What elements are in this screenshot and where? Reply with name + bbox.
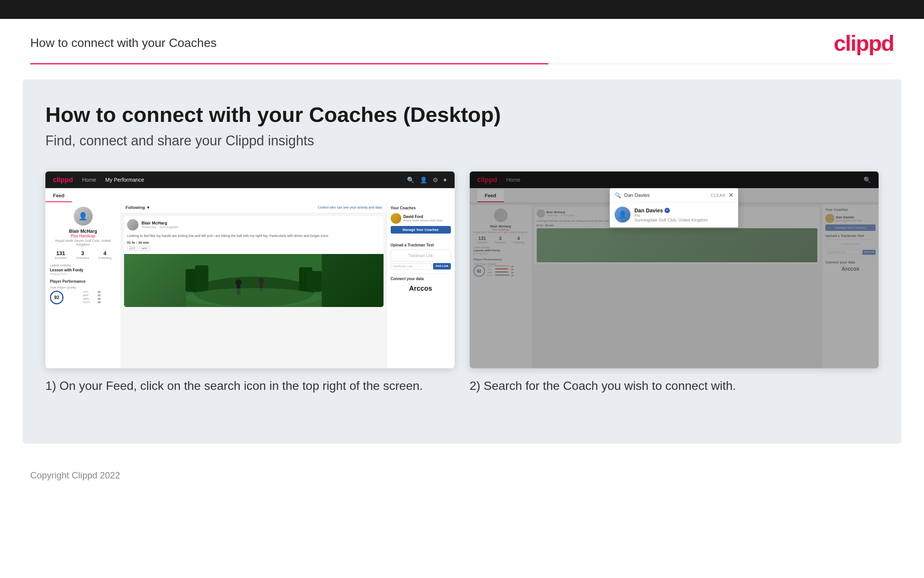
screenshots-row: clippd Home My Performance 🔍 👤 ⚙ ● Feed xyxy=(45,172,879,395)
coach-item: David Ford Royal North Devon Golf Club xyxy=(391,213,451,224)
step-1-description: On your Feed, click on the search icon i… xyxy=(59,379,423,393)
screenshot-left: clippd Home My Performance 🔍 👤 ⚙ ● Feed xyxy=(45,172,455,395)
add-link-button[interactable]: Add Link xyxy=(433,263,450,270)
activity-name: Lesson with Fordy xyxy=(50,268,116,272)
screen-body-left: 👤 Blair McHarg Plus Handicap Royal North… xyxy=(45,202,455,368)
post-user-name: Blair McHarg xyxy=(141,221,178,225)
user-handicap: Plus Handicap xyxy=(50,234,116,238)
coach-club: Royal North Devon Golf Club xyxy=(404,219,443,222)
svg-rect-3 xyxy=(195,265,209,292)
bar-value-arg: 86 xyxy=(95,297,100,300)
close-search-button[interactable]: ✕ xyxy=(728,192,733,199)
svg-point-10 xyxy=(186,288,322,307)
activity-date: 03 Aug 2022 xyxy=(50,272,116,276)
verified-badge: ✓ xyxy=(665,208,670,213)
result-name: Dan Davies ✓ xyxy=(634,208,708,213)
header-divider xyxy=(30,63,894,64)
user-icon[interactable]: 👤 xyxy=(420,176,427,183)
upload-section: Upload a Trackman Test Trackman Link Tra… xyxy=(391,239,451,270)
post-image xyxy=(124,254,384,307)
perf-title: Player Performance xyxy=(50,279,116,284)
bar-value-putt: 96 xyxy=(95,301,100,304)
tpq-circle: 92 xyxy=(50,291,63,304)
step-2-description: Search for the Coach you wish to connect… xyxy=(484,379,736,393)
svg-point-6 xyxy=(236,279,242,286)
bar-label-ott: OTT xyxy=(83,291,92,293)
bar-value-ott: 90 xyxy=(95,291,100,293)
stat-activities: 131 xyxy=(55,250,67,256)
user-avatar: 👤 xyxy=(74,207,93,226)
copyright: Copyright Clippd 2022 xyxy=(30,470,120,481)
connect-section: Connect your data Arccos xyxy=(391,273,451,294)
search-result[interactable]: 👤 Dan Davies ✓ Pro Sunningdale Golf Club… xyxy=(610,202,738,227)
nav-icons: 🔍 👤 ⚙ ● xyxy=(407,176,447,183)
bar-label-arg: ARG xyxy=(83,297,92,300)
post-header: Blair McHarg Yesterday · Sunningdale xyxy=(124,216,384,234)
result-avatar: 👤 xyxy=(615,207,631,222)
clippd-logo: clippd xyxy=(833,30,894,56)
post-text: Looking to feel like my hands are exitin… xyxy=(124,234,384,241)
main-title: How to connect with your Coaches (Deskto… xyxy=(45,102,879,127)
following-bar: Following ▼ Control who can see your act… xyxy=(121,202,387,213)
avatar-icon[interactable]: ● xyxy=(443,176,447,183)
settings-icon[interactable]: ⚙ xyxy=(433,176,438,183)
post-subtitle: Yesterday · Sunningdale xyxy=(141,225,178,229)
user-name: Blair McHarg xyxy=(50,229,116,234)
nav-home[interactable]: Home xyxy=(82,177,96,183)
stat-followers: 3 xyxy=(76,250,89,256)
trackman-input[interactable]: Trackman Link xyxy=(391,263,432,270)
search-bar: 🔍 Dan Davies CLEAR ✕ xyxy=(610,188,738,202)
user-panel: 👤 Blair McHarg Plus Handicap Royal North… xyxy=(45,202,121,368)
step-1-number: 1) xyxy=(45,379,59,393)
user-stats: 131 Activities 3 Followers 4 Following xyxy=(50,250,116,260)
svg-rect-5 xyxy=(307,271,322,292)
bar-value-app: 85 xyxy=(95,294,100,297)
upload-title: Upload a Trackman Test xyxy=(391,243,451,247)
screenshot-frame-left: clippd Home My Performance 🔍 👤 ⚙ ● Feed xyxy=(45,172,455,368)
coaches-panel: Your Coaches David Ford Royal North Devo… xyxy=(387,202,455,368)
arccos-brand: Arccos xyxy=(391,283,451,294)
stat-following-label: Following xyxy=(99,256,112,260)
performance-section: Player Performance Total Player Quality … xyxy=(50,279,116,304)
footer: Copyright Clippd 2022 xyxy=(0,459,924,492)
result-pro: Pro xyxy=(634,213,708,218)
tag-app: APP xyxy=(139,246,150,251)
stat-following: 4 xyxy=(99,250,112,256)
top-bar xyxy=(0,0,924,19)
nav-my-performance[interactable]: My Performance xyxy=(105,177,144,183)
bar-label-app: APP xyxy=(83,294,92,297)
stat-activities-label: Activities xyxy=(55,256,67,260)
step-2-number: 2) xyxy=(470,379,484,393)
svg-point-8 xyxy=(259,278,264,283)
stat-followers-label: Followers xyxy=(76,256,89,260)
control-link[interactable]: Control who can see your activity and da… xyxy=(318,206,382,209)
user-club: Royal North Devon Golf Club, United King… xyxy=(50,239,116,247)
input-row: Trackman Link Add Link xyxy=(391,263,451,270)
result-club: Sunningdale Golf Club, United Kingdom xyxy=(634,218,708,222)
bar-label-putt: PUTT xyxy=(83,301,92,304)
step-2-text: 2) Search for the Coach you wish to conn… xyxy=(470,377,879,395)
clear-button[interactable]: CLEAR xyxy=(711,193,725,198)
manage-coaches-button[interactable]: Manage Your Coaches xyxy=(391,226,451,234)
app-nav-left: clippd Home My Performance 🔍 👤 ⚙ ● xyxy=(45,172,455,188)
post-card: Blair McHarg Yesterday · Sunningdale Loo… xyxy=(124,216,384,307)
latest-activity-label: Latest Activity xyxy=(50,263,116,267)
app-logo-left: clippd xyxy=(53,176,73,184)
tag-off: OTT xyxy=(127,246,138,251)
middle-feed: Following ▼ Control who can see your act… xyxy=(121,202,387,368)
post-tags: OTT APP xyxy=(124,246,384,254)
search-icon[interactable]: 🔍 xyxy=(407,176,414,183)
search-input-display[interactable]: Dan Davies xyxy=(624,192,708,198)
search-overlay: 🔍 Dan Davies CLEAR ✕ 👤 Dan Davies ✓ Pro xyxy=(610,188,738,227)
main-subtitle: Find, connect and share your Clippd insi… xyxy=(45,133,879,149)
page-title: How to connect with your Coaches xyxy=(30,36,217,50)
perf-bars: OTT 90 APP xyxy=(83,291,100,304)
tpq-label: Total Player Quality xyxy=(50,286,116,289)
coach-name: David Ford xyxy=(404,214,443,219)
feed-tab[interactable]: Feed xyxy=(45,190,72,202)
post-duration: 01 hr : 30 min xyxy=(124,241,384,246)
trackman-link-box: Trackman Link xyxy=(391,250,451,261)
screenshot-right: clippd Home 🔍 Feed xyxy=(470,172,879,395)
coach-avatar xyxy=(391,213,401,224)
following-button[interactable]: Following ▼ xyxy=(126,205,150,210)
